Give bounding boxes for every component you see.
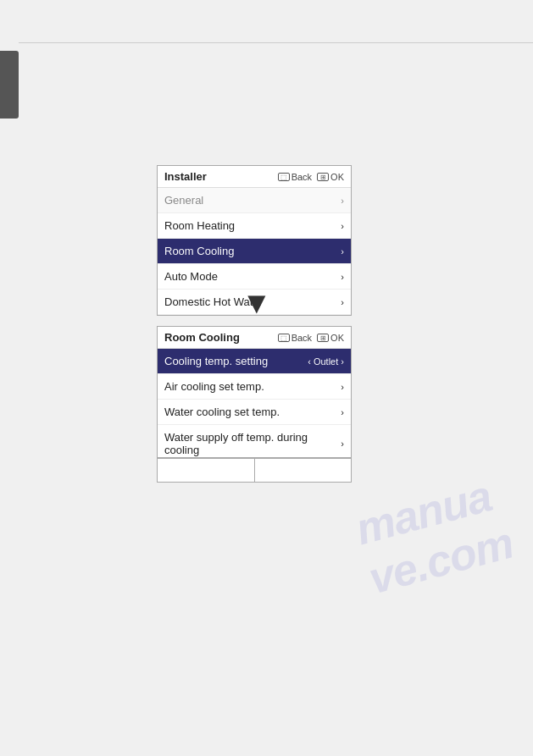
- menu-item-water-cooling-label: Water cooling set temp.: [164, 406, 280, 418]
- bottom-partial-panel: [157, 457, 352, 483]
- panel1-title: Installer: [164, 170, 207, 183]
- ok-icon: ⊞: [317, 173, 329, 181]
- chevron-air-cooling: ›: [341, 382, 344, 392]
- panel2-back-control: ⬚ Back: [278, 333, 312, 343]
- bottom-cell-left: [158, 459, 255, 482]
- ok-icon-2: ⊞: [317, 334, 329, 342]
- menu-item-general-label: General: [164, 194, 203, 207]
- menu-item-water-supply-off-label: Water supply off temp. during cooling: [164, 431, 341, 456]
- panel1-ok-control: ⊞ OK: [317, 172, 344, 182]
- left-tab: [0, 51, 19, 119]
- menu-item-room-cooling-label: Room Cooling: [164, 245, 234, 257]
- menu-item-auto-mode-label: Auto Mode: [164, 270, 218, 283]
- back-icon-2: ⬚: [278, 334, 290, 342]
- panel2-title: Room Cooling: [164, 331, 240, 344]
- chevron-room-cooling: ›: [341, 246, 344, 257]
- panel1-back-label: Back: [291, 172, 312, 182]
- menu-item-room-cooling[interactable]: Room Cooling ›: [158, 239, 351, 264]
- bottom-row: [158, 458, 351, 482]
- panel1-back-control: ⬚ Back: [278, 172, 312, 182]
- menu-item-cooling-temp-label: Cooling temp. setting: [164, 355, 268, 367]
- top-divider: [19, 42, 533, 43]
- panel1-controls: ⬚ Back ⊞ OK: [278, 172, 344, 182]
- panel2-back-label: Back: [291, 333, 312, 343]
- watermark: manuave.com: [350, 468, 518, 604]
- menu-item-air-cooling[interactable]: Air cooling set temp. ›: [158, 374, 351, 400]
- panel2-controls: ⬚ Back ⊞ OK: [278, 333, 344, 343]
- panel1-header: Installer ⬚ Back ⊞ OK: [158, 166, 351, 188]
- chevron-general: ›: [341, 196, 344, 206]
- chevron-water-cooling: ›: [341, 407, 344, 417]
- menu-item-general[interactable]: General ›: [158, 188, 351, 213]
- menu-item-water-cooling[interactable]: Water cooling set temp. ›: [158, 400, 351, 425]
- bottom-cell-right: [255, 459, 352, 482]
- chevron-domestic-hot-water: ›: [341, 297, 344, 307]
- room-cooling-panel: Room Cooling ⬚ Back ⊞ OK Cooling temp. s…: [157, 326, 352, 464]
- down-arrow: ▼: [242, 288, 272, 318]
- menu-item-cooling-temp[interactable]: Cooling temp. setting ‹ Outlet ›: [158, 349, 351, 374]
- chevron-auto-mode: ›: [341, 272, 344, 282]
- chevron-room-heating: ›: [341, 221, 344, 231]
- panel2-header: Room Cooling ⬚ Back ⊞ OK: [158, 327, 351, 349]
- chevron-water-supply-off: ›: [341, 439, 344, 449]
- panel2-ok-label: OK: [330, 333, 344, 343]
- panel1-ok-label: OK: [330, 172, 344, 182]
- back-icon: ⬚: [278, 173, 290, 181]
- menu-item-room-heating-label: Room Heating: [164, 219, 235, 232]
- menu-item-room-heating[interactable]: Room Heating ›: [158, 213, 351, 239]
- cooling-temp-control: ‹ Outlet ›: [308, 356, 344, 367]
- panel2-ok-control: ⊞ OK: [317, 333, 344, 343]
- menu-item-air-cooling-label: Air cooling set temp.: [164, 380, 264, 393]
